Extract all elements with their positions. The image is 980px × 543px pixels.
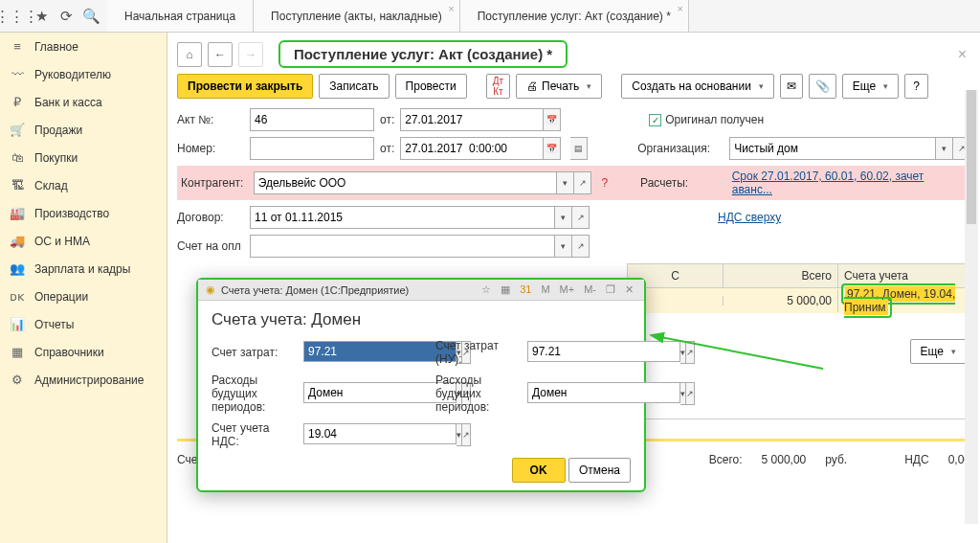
create-based-button[interactable]: Создать на основании [621, 74, 774, 99]
nds-link[interactable]: НДС сверху [718, 211, 781, 224]
save-button[interactable]: Записать [319, 74, 389, 99]
calc-label: Расчеты: [640, 176, 726, 190]
sidebar-item-operations[interactable]: ᴅᴋОперации [0, 283, 167, 310]
cost-input[interactable] [303, 341, 457, 362]
email-button[interactable]: ✉ [780, 74, 803, 99]
tab-start[interactable]: Начальная страница [107, 0, 254, 32]
sidebar-item-salary[interactable]: 👥Зарплата и кадры [0, 255, 167, 283]
close-icon[interactable]: × [958, 46, 967, 63]
calendar-icon[interactable]: 📅 [544, 108, 561, 131]
doc-icon[interactable]: ▤ [570, 137, 588, 160]
date2-input[interactable] [400, 137, 544, 160]
post-close-button[interactable]: Провести и закрыть [177, 74, 313, 99]
calc-link[interactable]: Срок 27.01.2017, 60.01, 60.02, зачет ава… [732, 170, 967, 196]
sidebar-item-bank[interactable]: ₽Банк и касса [0, 88, 167, 116]
open-icon[interactable]: ↗ [686, 341, 695, 364]
tab-receipts[interactable]: Поступление (акты, накладные)× [254, 0, 460, 32]
contract-label: Договор: [177, 211, 244, 224]
nds-acc-input[interactable] [303, 423, 457, 444]
home-button[interactable]: ⌂ [177, 42, 202, 67]
search-icon[interactable]: 🔍 [82, 8, 100, 25]
help-icon[interactable]: ? [601, 176, 608, 190]
scrollbar[interactable] [965, 90, 978, 524]
toolbar: Провести и закрыть Записать Провести ДтК… [177, 74, 970, 99]
page-title: Поступление услуг: Акт (создание) * [278, 40, 568, 68]
sidebar-item-assets[interactable]: 🚚ОС и НМА [0, 227, 167, 255]
date1-input[interactable] [400, 108, 544, 131]
tab-current[interactable]: Поступление услуг: Акт (создание) *× [460, 0, 689, 32]
sidebar-item-production[interactable]: 🏭Производство [0, 199, 167, 227]
cal-icon[interactable]: 31 [517, 283, 534, 296]
nomer-input[interactable] [250, 137, 374, 160]
schet-opl-input[interactable] [250, 235, 555, 258]
top-bar: ⋮⋮⋮ ★ ⟳ 🔍 Начальная страница Поступление… [0, 0, 980, 33]
cell-total: 5 000,00 [724, 289, 838, 312]
akt-no-input[interactable] [250, 108, 374, 131]
dk-icon: ᴅᴋ [10, 289, 25, 304]
apps-icon[interactable]: ⋮⋮⋮ [8, 8, 25, 25]
original-checkbox[interactable]: ✓Оригинал получен [649, 113, 764, 126]
nds-label: НДС [904, 453, 928, 466]
total-label: Всего: [709, 453, 743, 466]
open-icon[interactable]: ↗ [462, 423, 471, 446]
table-more-button[interactable]: Еще [910, 339, 967, 364]
history-icon[interactable]: ⟳ [57, 8, 75, 25]
dialog-titlebar[interactable]: ◉ Счета учета: Домен (1С:Предприятие) ☆ … [198, 280, 644, 301]
m-icon[interactable]: M [538, 283, 552, 296]
sidebar-item-refs[interactable]: ▦Справочники [0, 338, 167, 366]
open-icon[interactable]: ↗ [572, 206, 590, 229]
cost-nu-label: Счет затрат (НУ): [435, 339, 510, 366]
sidebar-item-main[interactable]: ≡Главное [0, 33, 167, 60]
calendar-icon[interactable]: 📅 [544, 137, 561, 160]
m-minus-icon[interactable]: M- [581, 283, 599, 296]
star-icon[interactable]: ★ [33, 8, 50, 25]
open-icon[interactable]: ↗ [572, 235, 590, 258]
gear-icon: ⚙ [10, 373, 25, 387]
warehouse-icon: 🏗 [10, 178, 25, 192]
dropdown-icon[interactable]: ▾ [557, 171, 574, 194]
dropdown-icon[interactable]: ▾ [555, 206, 572, 229]
dropdown-icon[interactable]: ▾ [555, 235, 572, 258]
attach-button[interactable]: 📎 [809, 74, 836, 99]
sidebar-item-warehouse[interactable]: 🏗Склад [0, 171, 167, 199]
total-value: 5 000,00 [762, 453, 807, 466]
sidebar-item-sales[interactable]: 🛒Продажи [0, 116, 167, 144]
ok-button[interactable]: OK [512, 458, 566, 483]
table-row[interactable]: 5 000,00 97.21, Домен, 19.04, Приним [628, 288, 969, 313]
post-button[interactable]: Провести [395, 74, 467, 99]
cost-nu-input[interactable] [527, 341, 680, 362]
sidebar-item-reports[interactable]: 📊Отчеты [0, 310, 167, 338]
counterparty-input[interactable] [254, 171, 558, 194]
contract-input[interactable] [250, 206, 555, 229]
nomer-label: Номер: [177, 142, 244, 155]
back-button[interactable]: ← [208, 42, 233, 67]
close-icon[interactable]: ✕ [622, 283, 636, 296]
print-button[interactable]: 🖨Печать [516, 74, 602, 99]
accounts-dialog: ◉ Счета учета: Домен (1С:Предприятие) ☆ … [196, 278, 646, 492]
m-plus-icon[interactable]: M+ [557, 283, 578, 296]
close-icon[interactable]: × [677, 3, 682, 14]
dropdown-icon[interactable]: ▾ [936, 137, 953, 160]
more-button[interactable]: Еще [842, 74, 899, 99]
bag-icon: 🛍 [10, 150, 25, 165]
nds-acc-label: Счет учета НДС: [212, 421, 286, 448]
calc-icon[interactable]: ▦ [498, 283, 513, 296]
cell-accounts[interactable]: 97.21, Домен, 19.04, Приним [844, 286, 955, 315]
open-icon[interactable]: ↗ [686, 382, 695, 405]
open-icon[interactable]: ↗ [574, 171, 591, 194]
help-button[interactable]: ? [904, 74, 928, 99]
dialog-title: Счета учета: Домен [212, 310, 631, 329]
cancel-button[interactable]: Отмена [568, 458, 631, 483]
fav-icon[interactable]: ☆ [479, 283, 494, 296]
sidebar-item-purchases[interactable]: 🛍Покупки [0, 144, 167, 171]
window-icon[interactable]: ❐ [603, 283, 618, 296]
org-input[interactable] [729, 137, 936, 160]
forward-button[interactable]: → [238, 42, 263, 67]
rbp2-input[interactable] [527, 382, 680, 403]
sidebar-item-admin[interactable]: ⚙Администрирование [0, 366, 167, 394]
sidebar-item-manager[interactable]: 〰Руководителю [0, 60, 167, 88]
rbp-input[interactable] [303, 382, 457, 403]
close-icon[interactable]: × [448, 3, 454, 14]
dk-button[interactable]: ДтКт [486, 74, 510, 99]
ruble-icon: ₽ [10, 95, 25, 109]
